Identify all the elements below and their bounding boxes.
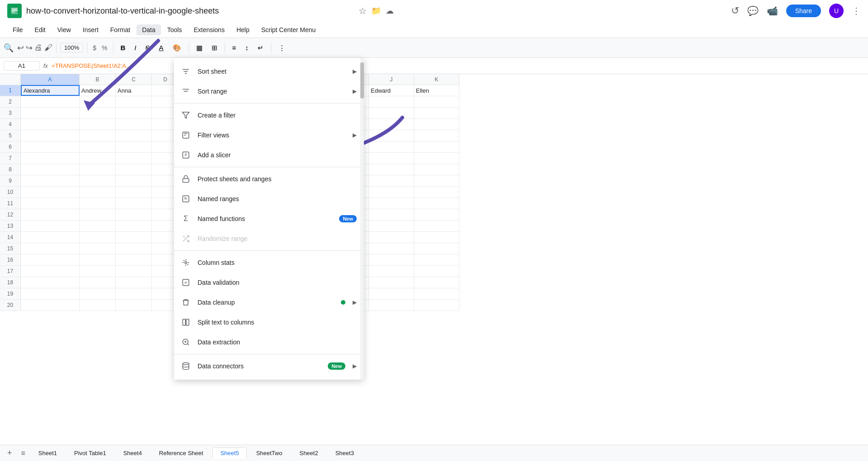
cloud-icon[interactable]: ☁ [386, 6, 394, 16]
history-icon[interactable]: ↺ [731, 5, 739, 17]
col-header-C[interactable]: C [116, 74, 152, 85]
menu-edit[interactable]: Edit [29, 24, 51, 35]
search-icon[interactable]: 🔍 [4, 43, 14, 53]
menu-named-functions[interactable]: Σ Named functions New [174, 209, 364, 229]
cell-C1[interactable]: Anna [116, 85, 152, 96]
text-color-button[interactable]: 🎨 [169, 43, 185, 53]
zoom-selector[interactable]: 100% [60, 43, 83, 52]
cell-A1[interactable]: Alexandra [21, 85, 80, 96]
svg-marker-6 [183, 112, 189, 118]
tab-sheet2[interactable]: Sheet2 [292, 447, 326, 459]
merge-button[interactable]: ⊞ [208, 43, 221, 53]
formula-input[interactable]: =TRANSPOSE(Sheet1!A2:A... [52, 62, 864, 69]
col-header-B[interactable]: B [80, 74, 116, 85]
column-stats-label: Column stats [198, 259, 357, 266]
col-header-K[interactable]: K [414, 74, 459, 85]
menu-create-filter[interactable]: Create a filter [174, 105, 364, 125]
menu-insert[interactable]: Insert [77, 24, 104, 35]
lock-icon [181, 174, 190, 183]
video-icon[interactable]: 📹 [767, 5, 778, 16]
print-icon[interactable]: 🖨 [34, 43, 42, 52]
tab-sheet1[interactable]: Sheet1 [31, 447, 65, 459]
toolbar-separator-5 [225, 42, 225, 53]
menu-sort-sheet[interactable]: Sort sheet ▶ [174, 61, 364, 81]
sort-range-arrow: ▶ [353, 88, 357, 94]
menu-randomize-range: Randomize range [174, 229, 364, 249]
cleanup-icon [181, 298, 190, 307]
menu-data-validation[interactable]: Data validation [174, 273, 364, 292]
menu-tools[interactable]: Tools [162, 24, 188, 35]
col-header-J[interactable]: J [369, 74, 414, 85]
format-paint-icon[interactable]: 🖌 [44, 43, 52, 52]
row-num-2[interactable]: 2 [0, 96, 21, 107]
align-left-button[interactable]: ≡ [229, 43, 240, 52]
account-avatar[interactable]: U [829, 4, 844, 18]
tab-sheet3[interactable]: Sheet3 [328, 447, 362, 459]
data-connectors-badge: New [328, 362, 345, 370]
scrollbar-thumb[interactable] [360, 62, 364, 99]
menu-extensions[interactable]: Extensions [188, 24, 230, 35]
strikethrough-button[interactable]: S [142, 43, 154, 52]
menu-file[interactable]: File [7, 24, 28, 35]
more-icon[interactable]: ⋮ [852, 5, 861, 16]
cleanup-dot [341, 300, 345, 305]
add-sheet-button[interactable]: + [4, 447, 16, 459]
menu-named-ranges[interactable]: Named ranges [174, 189, 364, 209]
borders-button[interactable]: ▦ [193, 43, 206, 53]
filter-views-icon [181, 131, 190, 140]
wrap-button[interactable]: ↵ [254, 43, 267, 53]
col-header-A[interactable]: A [21, 74, 80, 85]
cell-A2[interactable] [21, 96, 80, 107]
dropdown-scrollbar[interactable] [360, 58, 364, 380]
menu-add-slicer[interactable]: Add a slicer [174, 145, 364, 165]
menu-data-cleanup[interactable]: Data cleanup ▶ [174, 292, 364, 312]
comments-icon[interactable]: 💬 [747, 5, 759, 16]
dollar-icon[interactable]: $ [91, 43, 98, 52]
tab-pivot-table1[interactable]: Pivot Table1 [66, 447, 114, 459]
tab-sheet4[interactable]: Sheet4 [116, 447, 150, 459]
menu-data[interactable]: Data [137, 24, 161, 35]
tab-sheettwo[interactable]: SheetTwo [249, 447, 290, 459]
page-title: how-to-convert-horizontal-to-vertical-in… [26, 6, 354, 16]
star-icon[interactable]: ☆ [359, 5, 367, 16]
menu-help[interactable]: Help [231, 24, 255, 35]
toolbar-separator-2 [87, 42, 87, 53]
named-ranges-icon [181, 194, 190, 203]
bold-button[interactable]: B [117, 43, 129, 52]
formula-bar: A1 fx =TRANSPOSE(Sheet1!A2:A... [0, 58, 868, 74]
svg-rect-14 [186, 319, 189, 325]
folder-icon[interactable]: 📁 [371, 6, 381, 16]
row-num-1[interactable]: 1 [0, 85, 21, 96]
underline-button[interactable]: A [156, 43, 167, 52]
cell-reference[interactable]: A1 [4, 61, 40, 71]
menu-split-text[interactable]: Split text to columns [174, 312, 364, 332]
cell-B1[interactable]: Andrew [80, 85, 116, 96]
menu-bar: File Edit View Insert Format Data Tools … [0, 22, 868, 38]
menu-data-extraction[interactable]: Data extraction [174, 332, 364, 352]
italic-button[interactable]: I [131, 43, 140, 52]
menu-data-connectors[interactable]: Data connectors New ▶ [174, 356, 364, 376]
named-ranges-label: Named ranges [198, 195, 357, 202]
share-button[interactable]: Share [786, 5, 821, 17]
menu-column-stats[interactable]: Column stats [174, 253, 364, 273]
redo-icon[interactable]: ↪ [26, 43, 33, 53]
menu-sort-range[interactable]: Sort range ▶ [174, 81, 364, 101]
tab-sheet5[interactable]: Sheet5 [212, 447, 246, 459]
menu-script-center[interactable]: Script Center Menu [256, 24, 321, 35]
menu-protect-sheets[interactable]: Protect sheets and ranges [174, 169, 364, 189]
more-toolbar-icon[interactable]: ⋮ [275, 43, 289, 53]
cell-J1[interactable]: Edward [369, 85, 414, 96]
add-slicer-label: Add a slicer [198, 151, 357, 159]
align-vert-button[interactable]: ↕ [241, 43, 252, 52]
undo-icon[interactable]: ↩ [17, 43, 24, 53]
menu-format[interactable]: Format [105, 24, 136, 35]
sheet-menu-button[interactable]: ≡ [18, 448, 29, 458]
tab-reference-sheet[interactable]: Reference Sheet [151, 447, 211, 459]
sep-4 [174, 354, 364, 354]
connectors-arrow: ▶ [353, 363, 357, 369]
menu-filter-views[interactable]: Filter views ▶ [174, 125, 364, 145]
menu-view[interactable]: View [52, 24, 76, 35]
toolbar-separator-1 [56, 42, 57, 53]
cell-K1[interactable]: Ellen [414, 85, 459, 96]
percent-icon[interactable]: % [100, 43, 109, 52]
